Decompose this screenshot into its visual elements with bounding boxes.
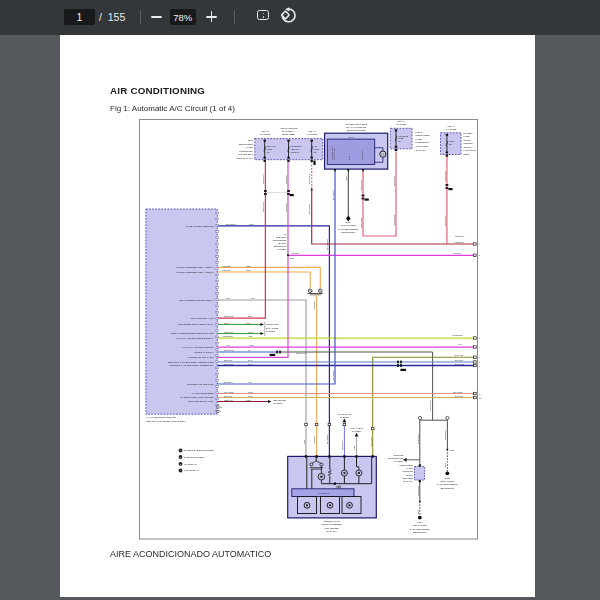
svg-text:BLU/STL: BLU/STL [455, 359, 464, 361]
svg-text:PANEL: PANEL [416, 138, 424, 140]
svg-text:RUN/CRANK IGN 1 VOLT: RUN/CRANK IGN 1 VOLT [188, 356, 214, 358]
svg-text:DASH DEFROSTER: DASH DEFROSTER [338, 228, 359, 230]
svg-text:MASS AIR TEMP SENS SIG: MASS AIR TEMP SENS SIG [186, 225, 214, 227]
svg-text:RED/GRN: RED/GRN [360, 217, 362, 228]
svg-text:COMPT: COMPT [464, 146, 473, 148]
svg-text:VIO/GRY: VIO/GRY [285, 202, 287, 212]
svg-text:BLK/YEL: BLK/YEL [370, 436, 372, 446]
svg-text:TAILLIGHT SENTINEL RELAY SIGNA: TAILLIGHT SENTINEL RELAY SIGNAL [176, 266, 215, 268]
svg-text:W/O ONSTAR: W/O ONSTAR [184, 469, 199, 471]
svg-text:PWR/DOOR: PWR/DOOR [290, 145, 302, 147]
svg-text:(LOWER RIGHT SIDE: (LOWER RIGHT SIDE [345, 123, 367, 125]
svg-text:GRN: GRN [224, 322, 229, 324]
svg-text:GRY: GRY [226, 297, 231, 299]
svg-text:FUSE: FUSE [464, 135, 470, 137]
svg-text:DEFROSTER: DEFROSTER [274, 245, 287, 247]
svg-text:ANTI THEFT/KEY VOLT: ANTI THEFT/KEY VOLT [190, 317, 214, 319]
svg-text:ANTI-THEFT: ANTI-THEFT [350, 427, 363, 429]
svg-text:BLOWER MTR: BLOWER MTR [331, 147, 333, 160]
svg-text:PER/ACC: PER/ACC [267, 145, 276, 147]
svg-text:RED/GRN: RED/GRN [393, 214, 395, 225]
svg-text:FUSE BLOCK: FUSE BLOCK [416, 141, 430, 143]
svg-text:GND: GND [348, 155, 350, 160]
svg-text:FUSE BLOCK: FUSE BLOCK [239, 150, 253, 152]
svg-text:BLK: BLK [417, 509, 419, 514]
svg-text:YEL/DGRN: YEL/DGRN [452, 334, 463, 336]
svg-text:YEL/GD: YEL/GD [313, 301, 315, 309]
svg-text:HEADLIGHTS: HEADLIGHTS [337, 413, 352, 415]
svg-text:BLU/STL: BLU/STL [455, 395, 464, 397]
svg-text:BLU/DGRY: BLU/DGRY [224, 349, 235, 351]
svg-text:RED/GRN: RED/GRN [308, 203, 310, 214]
svg-text:RED/GRY: RED/GRY [444, 216, 446, 226]
svg-text:RED/LGN: RED/LGN [224, 315, 234, 317]
svg-text:ALL TIMES: ALL TIMES [259, 133, 271, 135]
svg-text:YEL/GD: YEL/GD [313, 436, 315, 444]
svg-text:RED/LGN: RED/LGN [262, 202, 264, 212]
svg-text:GRY: GRY [303, 439, 305, 444]
svg-text:HEATING: HEATING [277, 242, 286, 244]
svg-text:RED/LGN: RED/LGN [262, 174, 264, 184]
svg-text:SYSTEM: SYSTEM [274, 402, 283, 404]
svg-text:OF DASH): OF DASH) [416, 149, 427, 151]
svg-text:WHT/BLU: WHT/BLU [341, 440, 343, 450]
svg-text:VIO/GRY: VIO/GRY [291, 252, 300, 254]
svg-text:DASH DEFROSTER: DASH DEFROSTER [410, 528, 431, 530]
svg-text:RED/GRY: RED/GRY [455, 235, 465, 237]
svg-text:AUXILIARY HEATER CONTROL: AUXILIARY HEATER CONTROL [182, 346, 215, 348]
svg-text:COMPUTER: COMPUTER [266, 323, 279, 325]
svg-text:SYSTEM: SYSTEM [352, 430, 361, 432]
svg-text:(LEFT FRONT: (LEFT FRONT [440, 480, 455, 482]
svg-text:SPD CTL SIG: SPD CTL SIG [333, 148, 335, 160]
svg-text:YEL/GLD: YEL/GLD [222, 269, 231, 271]
svg-text:ELECTRIC VARIABLE DISPLACEMENT: ELECTRIC VARIABLE DISPLACEMENT CTRL [168, 361, 215, 363]
svg-text:INSTRUMENT: INSTRUMENT [399, 464, 413, 466]
svg-text:ELECTRIC VARIABLE DISPLACEMENT: ELECTRIC VARIABLE DISPLACEMENT RLY [170, 364, 215, 366]
svg-text:DISTRIBUTION: DISTRIBUTION [388, 457, 404, 459]
svg-text:BASE EQUIPMENT: BASE EQUIPMENT [184, 456, 205, 458]
svg-text:BLK/WHT: BLK/WHT [429, 400, 431, 410]
svg-text:RED/GRY: RED/GRY [455, 241, 465, 243]
svg-text:INSTRUMENT: INSTRUMENT [239, 143, 254, 145]
svg-text:(RIGHT FRONT: (RIGHT FRONT [340, 224, 356, 226]
svg-text:(BEHIND THE UPPER GLOVE BOX): (BEHIND THE UPPER GLOVE BOX) [146, 420, 186, 423]
svg-text:BLOWER MTR SPD CTRL: BLOWER MTR SPD CTRL [188, 383, 215, 385]
svg-text:VIO/GRY: VIO/GRY [285, 174, 287, 184]
svg-text:OF DASH): OF DASH) [403, 480, 413, 482]
svg-text:AMBIENT LIGHT/: AMBIENT LIGHT/ [323, 520, 341, 522]
svg-text:DEFLECTOR): DEFLECTOR) [341, 231, 355, 233]
svg-text:MTR CTRL: MTR CTRL [361, 150, 363, 160]
svg-text:BLU/STL: BLU/STL [224, 395, 233, 397]
svg-text:FUSE: FUSE [398, 137, 404, 139]
svg-text:BLK/WHT: BLK/WHT [417, 486, 419, 496]
svg-text:(RIGHT END: (RIGHT END [416, 145, 429, 147]
svg-text:FUSE: FUSE [449, 140, 455, 142]
svg-text:BLK/YEL: BLK/YEL [455, 354, 464, 356]
svg-text:PANEL: PANEL [246, 146, 254, 148]
svg-text:ALL TIMES: ALL TIMES [395, 123, 407, 125]
svg-text:HOT AT: HOT AT [397, 120, 405, 122]
svg-text:G214: G214 [346, 221, 352, 223]
svg-text:VIO: VIO [458, 343, 462, 345]
svg-text:RED/GRY: RED/GRY [444, 171, 446, 181]
svg-text:C0006: C0006 [348, 136, 355, 138]
svg-text:INSTRUMENT: INSTRUMENT [416, 134, 431, 136]
svg-text:AUXILIARY HEATER STEREO SIGNAL: AUXILIARY HEATER STEREO SIGNAL [175, 337, 215, 339]
svg-text:DATA LINES: DATA LINES [266, 327, 279, 329]
svg-text:BLU/GRY: BLU/GRY [326, 434, 328, 444]
svg-text:EXCEPT BASE EQUIPMENT: EXCEPT BASE EQUIPMENT [184, 449, 215, 451]
svg-text:IPC: IPC [314, 145, 318, 147]
svg-text:SYSTEM: SYSTEM [394, 460, 403, 462]
svg-text:DASH DEFROSTER: DASH DEFROSTER [437, 483, 458, 485]
svg-text:DEFOGGER: DEFOGGER [274, 399, 287, 401]
svg-text:LOW SPEED GMLAN SERIAL DATA: LOW SPEED GMLAN SERIAL DATA [178, 323, 214, 325]
svg-text:VIO: VIO [226, 344, 230, 346]
svg-text:SYSTEM): SYSTEM) [277, 248, 287, 250]
svg-text:ALL TIMES: ALL TIMES [445, 128, 457, 130]
svg-text:BLK: BLK [444, 462, 446, 467]
svg-text:SIDE OF DASH): SIDE OF DASH) [237, 157, 253, 159]
svg-text:TAILLIGHT SENTINEL RELAY SIGNA: TAILLIGHT SENTINEL RELAY SIGNAL [176, 271, 215, 273]
svg-text:DEFLECTOR): DEFLECTOR) [413, 531, 427, 533]
svg-text:FUSE: FUSE [314, 148, 320, 150]
svg-text:AND MIR: AND MIR [290, 148, 299, 150]
